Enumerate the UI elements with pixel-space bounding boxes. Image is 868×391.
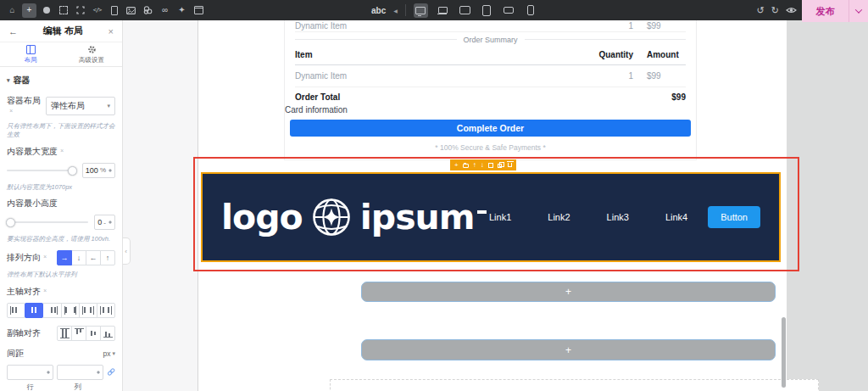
- publish-button[interactable]: 发布: [802, 5, 849, 18]
- publish-dropdown-button[interactable]: [849, 0, 868, 22]
- sparkle-icon[interactable]: ✦: [175, 3, 189, 18]
- default-width-hint: 默认内容宽度为1070px: [7, 183, 115, 192]
- panel-title: 编辑 布局: [43, 25, 83, 37]
- order-summary-card[interactable]: Dynamic Item 1 $99 Order Summary Item Qu…: [284, 20, 697, 160]
- max-width-slider[interactable]: [7, 170, 76, 171]
- save-block-icon[interactable]: [488, 163, 493, 168]
- nav-link[interactable]: Link2: [548, 212, 570, 222]
- justify-start-button[interactable]: [7, 303, 25, 318]
- top-toolbar: ⌂ + </> ∞ ✦ abc ◀ ↺ ↻: [0, 0, 868, 20]
- direction-up-button[interactable]: ↑: [100, 250, 115, 265]
- justify-center-button[interactable]: [25, 303, 43, 318]
- navbar-element-selected[interactable]: logo ipsum Link1 Link2 Link3 Link4 Butto…: [201, 172, 781, 262]
- min-height-slider[interactable]: [7, 221, 88, 223]
- direction-right-button[interactable]: →: [57, 250, 72, 265]
- collapse-left-icon[interactable]: ◀: [393, 8, 398, 14]
- focus-corners-icon[interactable]: [73, 3, 87, 18]
- gap-row-label: 行: [7, 383, 54, 391]
- direction-left-button[interactable]: ←: [86, 250, 101, 265]
- justify-around-button[interactable]: [79, 303, 97, 318]
- order-total-row: Order Total $99: [295, 87, 686, 103]
- justify-label: 主轴对齐×: [7, 286, 115, 298]
- min-height-row: 0 -: [7, 215, 115, 230]
- device-phone-landscape-button[interactable]: [502, 3, 516, 18]
- add-section-placeholder[interactable]: +: [361, 339, 776, 360]
- container-section-header[interactable]: ▾ 容器: [7, 75, 115, 87]
- selection-dashed-icon[interactable]: [56, 3, 70, 18]
- device-phone-portrait-button[interactable]: [524, 3, 538, 18]
- table-row: Dynamic Item 1 $99: [295, 20, 686, 32]
- justify-between-button[interactable]: [61, 303, 80, 318]
- gap-unit-select[interactable]: px ▾: [103, 349, 116, 358]
- move-up-icon[interactable]: ↑: [473, 162, 476, 169]
- stepper[interactable]: [108, 167, 112, 174]
- flex-hint-text: 只有弹性布局下，下面设置的样式才会生效: [7, 122, 115, 139]
- copy-icon[interactable]: [498, 164, 502, 168]
- loop-icon[interactable]: ∞: [158, 3, 172, 18]
- image-icon[interactable]: [124, 3, 138, 18]
- shapes-icon[interactable]: [141, 3, 155, 18]
- insert-plus-icon[interactable]: +: [22, 3, 36, 18]
- redo-icon[interactable]: ↻: [771, 5, 779, 16]
- reset-icon[interactable]: ×: [43, 254, 47, 260]
- reset-icon[interactable]: ×: [43, 288, 47, 293]
- justify-end-button[interactable]: [42, 303, 61, 318]
- slider-thumb[interactable]: [68, 166, 77, 176]
- nav-cta-button[interactable]: Button: [708, 206, 760, 228]
- max-width-input[interactable]: 100 %: [82, 163, 115, 178]
- home-icon[interactable]: ⌂: [5, 3, 19, 18]
- tab-layout[interactable]: 布局: [0, 42, 61, 66]
- full-height-hint: 要实现容器的全高度，请使用 100vh.: [7, 235, 115, 243]
- align-start-button[interactable]: [71, 326, 86, 341]
- tab-advanced-settings[interactable]: 高级设置: [61, 42, 122, 66]
- align-center-button[interactable]: [86, 326, 101, 341]
- align-label: 副轴对齐: [7, 327, 41, 339]
- page-scrollbar-thumb[interactable]: [782, 317, 786, 388]
- back-arrow-icon[interactable]: ←: [8, 26, 18, 36]
- stepper[interactable]: [47, 369, 50, 376]
- justify-evenly-button[interactable]: [97, 303, 115, 318]
- align-baseline-button[interactable]: [100, 326, 115, 341]
- nav-link[interactable]: Link3: [607, 212, 629, 222]
- direction-down-button[interactable]: ↓: [71, 250, 86, 265]
- sphere-icon[interactable]: [39, 3, 53, 18]
- container-box-icon[interactable]: [192, 3, 206, 18]
- nav-link[interactable]: Link4: [665, 212, 687, 222]
- close-icon[interactable]: ×: [108, 26, 114, 36]
- undo-icon[interactable]: ↺: [757, 5, 765, 16]
- justify-button-group: [7, 303, 115, 318]
- empty-container-outline[interactable]: [330, 379, 819, 391]
- add-section-placeholder[interactable]: +: [361, 282, 776, 302]
- panel-collapse-handle[interactable]: ‹: [122, 237, 131, 265]
- container-layout-select[interactable]: 弹性布局 ▾: [46, 97, 115, 115]
- text-tool[interactable]: abc: [371, 6, 386, 15]
- slider-thumb[interactable]: [6, 218, 15, 227]
- device-desktop-button[interactable]: [414, 3, 428, 18]
- preview-eye-icon[interactable]: [786, 6, 797, 14]
- move-down-icon[interactable]: ↓: [481, 162, 484, 169]
- secure-payments-note: * 100% Secure & Safe Payments *: [295, 137, 686, 159]
- align-stretch-button[interactable]: [57, 326, 72, 341]
- complete-order-button[interactable]: Complete Order: [290, 120, 691, 137]
- device-tablet-portrait-button[interactable]: [480, 3, 494, 18]
- reset-icon[interactable]: ×: [9, 108, 13, 114]
- reset-icon[interactable]: ×: [60, 148, 64, 154]
- nav-link[interactable]: Link1: [489, 212, 511, 222]
- add-icon[interactable]: +: [454, 162, 459, 169]
- link-icon[interactable]: [107, 367, 115, 377]
- editor-canvas: Dynamic Item 1 $99 Order Summary Item Qu…: [123, 20, 868, 391]
- logo-text-right: ipsum: [360, 200, 475, 235]
- folder-icon[interactable]: [463, 164, 469, 168]
- stepper[interactable]: [97, 369, 100, 376]
- plus-icon: +: [565, 286, 571, 298]
- stepper[interactable]: [108, 219, 112, 226]
- gap-row-input[interactable]: [7, 365, 53, 380]
- gap-col-input[interactable]: [57, 365, 103, 380]
- min-height-input[interactable]: 0 -: [94, 215, 115, 230]
- delete-icon[interactable]: [508, 163, 512, 167]
- mobile-icon[interactable]: [107, 3, 121, 18]
- caret-down-icon: ▾: [112, 350, 115, 357]
- code-icon[interactable]: </>: [90, 3, 104, 18]
- device-laptop-button[interactable]: [436, 3, 450, 18]
- device-tablet-landscape-button[interactable]: [458, 3, 472, 18]
